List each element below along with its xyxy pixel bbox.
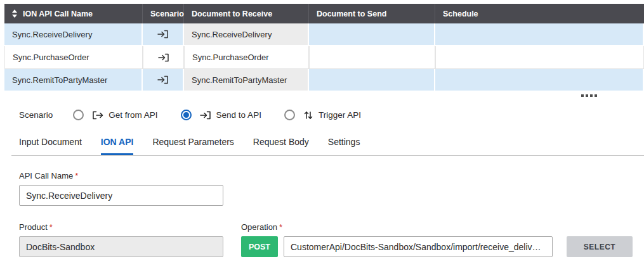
http-method-badge[interactable]: POST (241, 236, 278, 257)
required-marker: * (75, 171, 78, 180)
cell-api-call-name[interactable]: Sync.ReceiveDelivery (4, 23, 143, 46)
cell-schedule[interactable] (435, 23, 644, 46)
radio-option-get-from-api[interactable]: Get from API (73, 110, 157, 120)
get-from-api-icon (91, 110, 104, 120)
operation-field-group: Operation* POST (241, 222, 553, 257)
select-button[interactable]: SELECT (567, 236, 633, 257)
product-field-group: Product* (19, 222, 223, 257)
send-to-api-icon (199, 110, 212, 120)
radio-label: Send to API (216, 110, 261, 120)
table-header-row: ION API Call Name Scenario Document to R… (4, 4, 644, 23)
table-row[interactable]: Sync.RemitToPartyMaster Sync.RemitToPart… (4, 69, 644, 92)
tab-ion-api[interactable]: ION API (101, 137, 134, 155)
tab-bar: Input Document ION API Request Parameter… (11, 137, 644, 156)
tab-settings[interactable]: Settings (328, 137, 360, 155)
tab-input-document[interactable]: Input Document (19, 137, 82, 155)
required-marker: * (49, 222, 53, 232)
tab-request-body[interactable]: Request Body (253, 137, 309, 155)
radio-label: Get from API (108, 110, 157, 120)
column-header-scenario[interactable]: Scenario (143, 4, 184, 23)
api-call-name-input[interactable] (19, 185, 223, 206)
table-row[interactable]: Sync.PurchaseOrder Sync.PurchaseOrder (4, 46, 644, 69)
cell-schedule[interactable] (435, 69, 644, 92)
operation-label: Operation* (241, 222, 553, 232)
cell-doc-send[interactable] (309, 46, 435, 69)
operation-path-input[interactable] (284, 236, 553, 257)
required-marker: * (279, 222, 282, 232)
radio-send-to-api[interactable] (181, 110, 192, 120)
radio-label: Trigger API (319, 110, 361, 120)
tab-request-parameters[interactable]: Request Parameters (152, 137, 233, 155)
cell-schedule[interactable] (435, 46, 644, 69)
product-label: Product* (19, 222, 223, 232)
send-to-api-icon (143, 29, 183, 39)
column-header-schedule[interactable]: Schedule (435, 4, 644, 23)
column-header-label: ION API Call Name (23, 10, 93, 18)
cell-doc-receive[interactable]: Sync.ReceiveDelivery (184, 23, 309, 46)
cell-scenario (143, 69, 184, 92)
column-header-doc-send[interactable]: Document to Send (309, 4, 435, 23)
column-header-api-call-name[interactable]: ION API Call Name (4, 4, 143, 23)
api-calls-table: ION API Call Name Scenario Document to R… (4, 4, 644, 92)
radio-trigger-api[interactable] (284, 110, 295, 120)
ion-api-form: API Call Name* Product* Operation* POST … (19, 171, 644, 257)
cell-doc-send[interactable] (309, 23, 435, 46)
send-to-api-icon (143, 53, 183, 63)
table-row[interactable]: Sync.ReceiveDelivery Sync.ReceiveDeliver… (4, 23, 644, 46)
product-input[interactable] (19, 236, 223, 257)
trigger-api-icon (303, 110, 314, 120)
cell-scenario (143, 23, 184, 46)
radio-get-from-api[interactable] (73, 110, 84, 120)
api-call-name-label: API Call Name* (19, 171, 644, 180)
scenario-radio-group: Scenario Get from API Send to API Trigge… (19, 110, 644, 120)
sort-icon[interactable] (12, 10, 17, 18)
cell-doc-receive[interactable]: Sync.RemitToPartyMaster (184, 69, 309, 92)
resize-handle[interactable] (0, 94, 644, 97)
cell-api-call-name[interactable]: Sync.RemitToPartyMaster (4, 69, 143, 92)
cell-api-call-name[interactable]: Sync.PurchaseOrder (4, 46, 143, 69)
scenario-label: Scenario (19, 110, 53, 120)
radio-option-trigger-api[interactable]: Trigger API (284, 110, 361, 120)
cell-doc-receive[interactable]: Sync.PurchaseOrder (184, 46, 309, 69)
radio-option-send-to-api[interactable]: Send to API (181, 110, 261, 120)
cell-scenario (143, 46, 184, 69)
cell-doc-send[interactable] (309, 69, 435, 92)
send-to-api-icon (143, 75, 183, 85)
column-header-doc-receive[interactable]: Document to Receive (184, 4, 309, 23)
